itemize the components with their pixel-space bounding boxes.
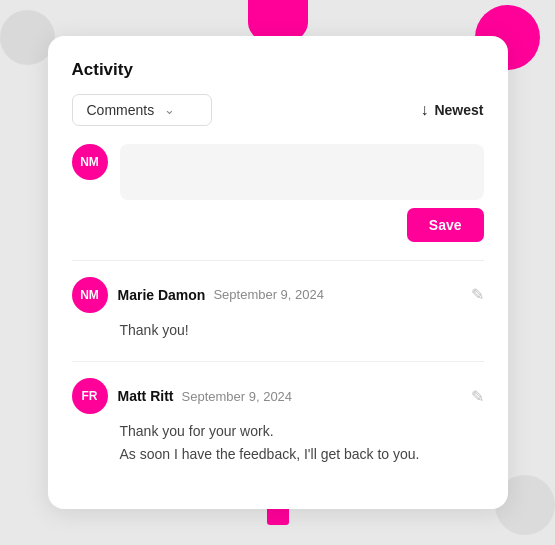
filter-dropdown-label: Comments — [87, 102, 155, 118]
comment-text: Thank you! — [120, 322, 189, 338]
chevron-down-icon: ⌄ — [164, 102, 175, 117]
edit-icon-2[interactable]: ✎ — [471, 387, 484, 406]
comment-input-row: NM — [72, 144, 484, 200]
comment-author: Marie Damon — [118, 287, 206, 303]
comment-item-2: FR Matt Ritt September 9, 2024 ✎ Thank y… — [72, 378, 484, 465]
sort-arrow-icon: ↓ — [420, 101, 428, 119]
sort-newest-button[interactable]: ↓ Newest — [420, 101, 483, 119]
comment-body: Thank you! — [72, 319, 484, 341]
filter-row: Comments ⌄ ↓ Newest — [72, 94, 484, 126]
avatar-initials: NM — [80, 288, 99, 302]
activity-card: Activity Comments ⌄ ↓ Newest NM Save NM … — [48, 36, 508, 509]
comments-filter-dropdown[interactable]: Comments ⌄ — [72, 94, 212, 126]
save-button[interactable]: Save — [407, 208, 484, 242]
comment-item: NM Marie Damon September 9, 2024 ✎ Thank… — [72, 277, 484, 341]
comment-date-2: September 9, 2024 — [182, 389, 293, 404]
comment-textarea[interactable] — [120, 144, 484, 200]
avatar: NM — [72, 277, 108, 313]
divider-2 — [72, 361, 484, 362]
comment-text-line1: Thank you for your work. — [120, 420, 484, 442]
activity-title: Activity — [72, 60, 484, 80]
avatar-initials-2: FR — [82, 389, 98, 403]
current-user-avatar: NM — [72, 144, 108, 180]
comment-header-2: FR Matt Ritt September 9, 2024 ✎ — [72, 378, 484, 414]
comment-body-2: Thank you for your work. As soon I have … — [72, 420, 484, 465]
comment-header: NM Marie Damon September 9, 2024 ✎ — [72, 277, 484, 313]
avatar-2: FR — [72, 378, 108, 414]
comment-date: September 9, 2024 — [213, 287, 324, 302]
current-user-initials: NM — [80, 155, 99, 169]
comment-meta-2: Matt Ritt September 9, 2024 — [118, 388, 461, 404]
edit-icon[interactable]: ✎ — [471, 285, 484, 304]
save-button-row: Save — [72, 208, 484, 242]
comment-meta: Marie Damon September 9, 2024 — [118, 287, 461, 303]
sort-label: Newest — [434, 102, 483, 118]
divider — [72, 260, 484, 261]
comment-author-2: Matt Ritt — [118, 388, 174, 404]
blob-left-decoration — [0, 10, 55, 65]
comment-text-line2: As soon I have the feedback, I'll get ba… — [120, 443, 484, 465]
